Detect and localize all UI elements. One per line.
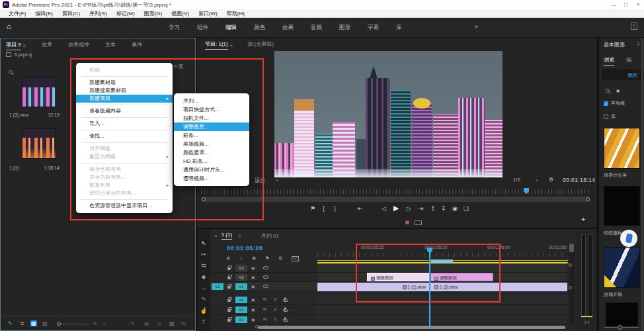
- track-badge-a3[interactable]: A3: [235, 316, 247, 323]
- track-scroll-knob[interactable]: [569, 263, 572, 267]
- track-badge-v3[interactable]: V3: [235, 265, 247, 271]
- program-timecode[interactable]: 00:01:18:14: [563, 177, 595, 183]
- sync-lock-icon[interactable]: ▣: [251, 275, 255, 279]
- context-menu-item-8[interactable]: 重置为网格: [76, 153, 173, 161]
- sync-lock-icon[interactable]: ▣: [251, 297, 255, 302]
- context-menu-item-5[interactable]: 导入...: [76, 120, 173, 128]
- solo-button[interactable]: S: [274, 317, 276, 321]
- voiceover-mic-icon[interactable]: [284, 297, 286, 301]
- step-forward-icon[interactable]: ▷: [407, 205, 411, 212]
- lock-icon[interactable]: [227, 277, 231, 279]
- tab-program[interactable]: 节目: 1(1): [205, 40, 228, 50]
- context-menu-item-7[interactable]: 对齐网格: [76, 145, 173, 153]
- type-tool[interactable]: T: [202, 318, 206, 325]
- find-icon[interactable]: ◎: [144, 320, 149, 326]
- slip-tool[interactable]: ↔: [201, 285, 207, 291]
- context-menu-item-4[interactable]: 查看隐藏内容: [76, 107, 173, 115]
- export-frame-icon[interactable]: ◉: [452, 205, 458, 212]
- go-to-in-icon[interactable]: ⇤: [358, 205, 363, 212]
- track-a1-content[interactable]: [317, 295, 567, 304]
- clip-thumbnail[interactable]: [22, 77, 56, 107]
- menu-6[interactable]: 视图(V): [167, 10, 194, 17]
- workspace-tab-5[interactable]: 音频: [311, 24, 322, 32]
- workspace-tab-0[interactable]: 学习: [169, 24, 180, 32]
- lock-icon[interactable]: [227, 299, 231, 302]
- track-visibility-icon[interactable]: [263, 275, 268, 279]
- keyframe-nav-dot[interactable]: [264, 325, 268, 328]
- tab-events[interactable]: 事件: [132, 41, 142, 48]
- button-editor-icon[interactable]: [415, 220, 422, 225]
- ruler-ticks[interactable]: [317, 253, 567, 257]
- comparison-view-icon[interactable]: ❏: [463, 205, 469, 212]
- template-thumbnail[interactable]: [606, 303, 638, 326]
- fit-dropdown[interactable]: 适合: [255, 177, 265, 184]
- track-v3-content[interactable]: [317, 263, 567, 272]
- search-icon[interactable]: [606, 89, 610, 93]
- timeline-settings-icon[interactable]: ⚙: [278, 256, 283, 261]
- solo-button[interactable]: S: [274, 297, 276, 301]
- tab-sequence-1[interactable]: 1 (1): [221, 232, 232, 240]
- sync-lock-icon[interactable]: ▣: [251, 265, 255, 270]
- context-menu-item-1[interactable]: 新建素材箱: [76, 79, 173, 87]
- track-select-tool[interactable]: ↦: [201, 251, 206, 258]
- hand-tool[interactable]: ☝: [200, 307, 207, 314]
- clip-adjustment-layer[interactable]: 调整图层: [430, 273, 493, 281]
- list-view-icon[interactable]: ≣: [20, 320, 24, 326]
- scroll-left-knob[interactable]: [202, 197, 206, 201]
- tab-effect-controls[interactable]: 效果控件: [68, 41, 89, 48]
- context-menu-item-9[interactable]: 保存当前布局: [76, 166, 173, 173]
- track-visibility-icon[interactable]: [263, 266, 268, 269]
- fit-caret-icon[interactable]: ⌄: [275, 177, 279, 182]
- submenu-item-0[interactable]: 序列...: [174, 97, 249, 105]
- sort-icon[interactable]: ≡: [94, 320, 97, 326]
- voiceover-mic-icon[interactable]: [284, 317, 286, 320]
- sort-caret-icon[interactable]: ⌄: [102, 320, 106, 326]
- ripple-edit-tool[interactable]: ⇆: [201, 262, 206, 269]
- menu-3[interactable]: 序列(S): [85, 10, 112, 17]
- vertical-scroll-thumb[interactable]: [569, 244, 574, 252]
- track-a3-content[interactable]: [317, 315, 567, 324]
- mute-button[interactable]: M: [263, 297, 266, 301]
- clip-adjustment-layer-selected[interactable]: 调整图层: [367, 273, 429, 281]
- menu-4[interactable]: 标记(M): [112, 10, 140, 17]
- razor-tool[interactable]: ◆: [202, 273, 206, 280]
- track-badge-v2[interactable]: V2: [235, 274, 247, 281]
- playhead-line[interactable]: [429, 249, 430, 329]
- writable-icon[interactable]: ✎: [8, 320, 13, 326]
- submenu-item-6[interactable]: 颜色遮罩...: [174, 148, 249, 157]
- add-marker-icon[interactable]: ⚑: [265, 256, 270, 261]
- clip-label-row[interactable]: 1 (3).mov 12:19: [9, 113, 60, 117]
- workspace-overflow-icon[interactable]: »: [475, 23, 478, 30]
- eg-scrollbar[interactable]: [641, 38, 643, 331]
- track-a2-content[interactable]: [317, 305, 567, 314]
- monitor-mini-ruler[interactable]: [201, 189, 590, 194]
- snap-icon[interactable]: ∩: [239, 256, 243, 261]
- my-templates-dropdown[interactable]: 我的: [602, 70, 641, 79]
- libraries-checkbox-row[interactable]: 库: [604, 113, 616, 120]
- context-menu-item-2[interactable]: 新建搜索素材箱: [76, 87, 173, 95]
- clip-label-row[interactable]: 1 (1) 1:18:14: [9, 166, 60, 170]
- search-icon[interactable]: [9, 70, 13, 74]
- new-item-icon[interactable]: ▨: [169, 320, 175, 326]
- home-icon[interactable]: ⌂: [7, 22, 11, 31]
- timeline-ruler[interactable]: 00:01:05:1500:01:05:2000:01:06:0000:01:0…: [317, 244, 567, 253]
- submenu-item-8[interactable]: 通用倒计时片头...: [174, 166, 249, 174]
- timeline-horizontal-scrollbar[interactable]: [258, 326, 565, 329]
- checkbox-checked[interactable]: ✓: [604, 101, 608, 106]
- tab-project[interactable]: 项目:3: [6, 41, 21, 50]
- mute-button[interactable]: M: [263, 307, 266, 311]
- voiceover-mic-icon[interactable]: [284, 307, 286, 310]
- context-menu-item-11[interactable]: 恢复布局: [76, 181, 173, 189]
- track-badge-a2[interactable]: A2: [235, 307, 247, 313]
- workspace-tab-4[interactable]: 效果: [282, 24, 294, 32]
- extract-icon[interactable]: ↧: [441, 205, 446, 212]
- timeline-timecode[interactable]: 00:01:05:20: [227, 245, 263, 252]
- lock-icon[interactable]: [227, 319, 231, 322]
- local-templates-checkbox-row[interactable]: ✓ 本地模: [604, 100, 625, 107]
- menu-7[interactable]: 窗口(W): [194, 10, 222, 17]
- close-sequence-icon[interactable]: ×: [214, 233, 218, 239]
- freeform-view-icon[interactable]: ▤: [42, 320, 48, 326]
- menu-2[interactable]: 剪辑(C): [58, 10, 85, 17]
- context-menu-item-6[interactable]: 查找...: [76, 132, 173, 140]
- menu-0[interactable]: 文件(F): [4, 10, 30, 17]
